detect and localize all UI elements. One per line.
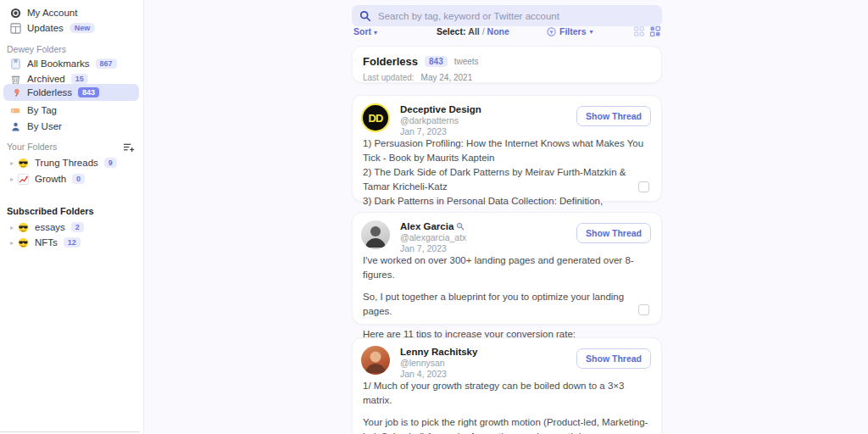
essays-count-badge: 2: [71, 222, 84, 232]
tweet-author-name: Alex Garcia: [400, 221, 453, 231]
folder-header-card: Folderless 843 tweets Last updated:May 2…: [352, 46, 662, 83]
chart-increasing-emoji-icon: [18, 174, 29, 185]
tweet-text-paragraph: Your job is to pick the right growth mot…: [363, 415, 649, 434]
user-icon: [10, 121, 21, 132]
by-user-label: By User: [27, 121, 62, 131]
essays-folder-label: essays: [35, 222, 65, 232]
sidebar: My Account Updates New Dewey Folders All…: [0, 0, 144, 434]
search-icon: [359, 10, 371, 22]
sidebar-bottom-divider: [0, 431, 140, 432]
updates-new-badge: New: [70, 23, 96, 33]
show-thread-button[interactable]: Show Thread: [576, 223, 651, 243]
chevron-down-icon: ▾: [374, 29, 377, 36]
account-icon: [10, 8, 21, 19]
folderless-label: Folderless: [27, 87, 72, 97]
last-updated-label: Last updated:: [363, 73, 415, 82]
tweet-text: 1/ Much of your growth strategy can be b…: [353, 377, 661, 434]
tweet-date: Jan 7, 2023: [400, 243, 651, 253]
avatar: DD: [361, 103, 390, 132]
chevron-down-icon: ▾: [590, 28, 593, 36]
tweet-text: I've worked on over 300+ landing pages a…: [353, 252, 661, 341]
sidebar-item-by-user[interactable]: By User: [7, 119, 65, 134]
last-updated-value: May 24, 2021: [421, 73, 473, 82]
search-bar[interactable]: [352, 5, 662, 26]
select-label: Select:: [437, 26, 465, 36]
folderless-count-badge: 843: [78, 87, 99, 97]
toolbar: Sort ▾ Select: All / None Filters ▾: [352, 26, 662, 38]
growth-count-badge: 0: [72, 174, 85, 184]
all-bookmarks-label: All Bookmarks: [27, 58, 90, 69]
select-controls: Select: All / None: [437, 26, 509, 36]
dewey-folders-heading: Dewey Folders: [7, 44, 66, 54]
avatar: [361, 346, 390, 375]
show-thread-button[interactable]: Show Thread: [576, 348, 651, 369]
tweet-text: 1) Persuasion Profiling: How the Interne…: [353, 135, 661, 223]
main-area: Sort ▾ Select: All / None Filters ▾ Fold…: [144, 0, 868, 434]
tweet-text-paragraph: So, I put together a blueprint for you t…: [363, 290, 649, 318]
sidebar-folder-growth[interactable]: ▸ Growth 0: [7, 171, 88, 186]
tweet-text-paragraph: I've worked on over 300+ landing pages a…: [363, 253, 649, 281]
sidebar-folder-trung-threads[interactable]: ▸ Trung Threads 9: [7, 155, 120, 170]
filter-icon: [547, 27, 556, 36]
tweet-card: Lenny Rachitsky @lennysan Jan 4, 2023 Sh…: [352, 337, 662, 434]
disclosure-triangle-icon[interactable]: ▸: [10, 159, 14, 167]
tweet-date: Jan 7, 2023: [400, 126, 651, 136]
trung-threads-label: Trung Threads: [35, 158, 98, 168]
show-thread-button[interactable]: Show Thread: [576, 106, 651, 126]
bookmarks-icon: [10, 58, 21, 70]
sunglasses-emoji-icon: [18, 237, 29, 248]
tweet-text-paragraph: 1/ Much of your growth strategy can be b…: [363, 379, 649, 407]
updates-label: Updates: [27, 23, 64, 33]
my-account-label: My Account: [27, 8, 77, 18]
avatar: [361, 220, 390, 249]
tweet-select-checkbox[interactable]: [638, 181, 649, 192]
updates-icon: [10, 23, 21, 34]
disclosure-triangle-icon[interactable]: ▸: [10, 175, 14, 183]
tweet-card: DD Deceptive Design @darkpatterns Jan 7,…: [352, 95, 662, 202]
sidebar-folder-essays[interactable]: ▸ essays 2: [7, 220, 87, 235]
sidebar-item-by-tag[interactable]: By Tag: [7, 103, 60, 118]
all-bookmarks-count-badge: 867: [96, 58, 117, 69]
sort-dropdown[interactable]: Sort ▾: [353, 26, 377, 36]
archived-count-badge: 15: [71, 74, 88, 84]
tweet-select-checkbox[interactable]: [638, 304, 649, 315]
disclosure-triangle-icon[interactable]: ▸: [10, 224, 14, 231]
nfts-folder-label: NFTs: [35, 237, 58, 248]
tweet-text-line: 1) Persuasion Profiling: How the Interne…: [363, 136, 649, 165]
tweet-date: Jan 4, 2023: [400, 369, 651, 379]
search-input[interactable]: [378, 11, 654, 21]
sunglasses-emoji-icon: [18, 158, 29, 169]
folder-count-unit: tweets: [454, 57, 479, 66]
sidebar-item-updates[interactable]: Updates New: [7, 20, 98, 36]
page-title: Folderless: [363, 55, 418, 68]
tag-icon: [10, 105, 21, 116]
add-folder-icon[interactable]: [123, 141, 135, 156]
your-folders-heading: Your Folders: [7, 142, 57, 152]
grid-view-icon[interactable]: [634, 26, 644, 36]
pushpin-icon: [10, 87, 21, 98]
select-all-link[interactable]: All: [468, 26, 479, 36]
tweet-card: Alex Garcia @alexgarcia_atx Jan 7, 2023 …: [352, 212, 662, 325]
growth-folder-label: Growth: [35, 174, 66, 184]
tweet-text-line: 2) The Dark Side of Dark Patterns by Mei…: [363, 165, 649, 194]
archive-icon: [10, 74, 21, 85]
filters-dropdown[interactable]: Filters ▾: [547, 26, 593, 36]
sidebar-item-my-account[interactable]: My Account: [7, 5, 81, 20]
select-none-link[interactable]: None: [487, 26, 509, 36]
by-tag-label: By Tag: [27, 105, 57, 115]
folder-tweet-count-badge: 843: [425, 56, 448, 67]
subscribed-folders-heading: Subscribed Folders: [7, 206, 94, 216]
sidebar-item-all-bookmarks[interactable]: All Bookmarks 867: [7, 56, 120, 71]
magnifier-emoji-icon: [456, 222, 465, 231]
disclosure-triangle-icon[interactable]: ▸: [10, 239, 14, 247]
list-view-icon[interactable]: [650, 26, 660, 36]
archived-label: Archived: [27, 74, 65, 84]
sidebar-folder-nfts[interactable]: ▸ NFTs 12: [7, 235, 84, 250]
select-separator: /: [482, 26, 485, 36]
sunglasses-emoji-icon: [18, 222, 29, 233]
nfts-count-badge: 12: [64, 237, 81, 248]
trung-threads-count-badge: 9: [104, 158, 117, 168]
sidebar-item-folderless[interactable]: Folderless 843: [7, 85, 103, 100]
